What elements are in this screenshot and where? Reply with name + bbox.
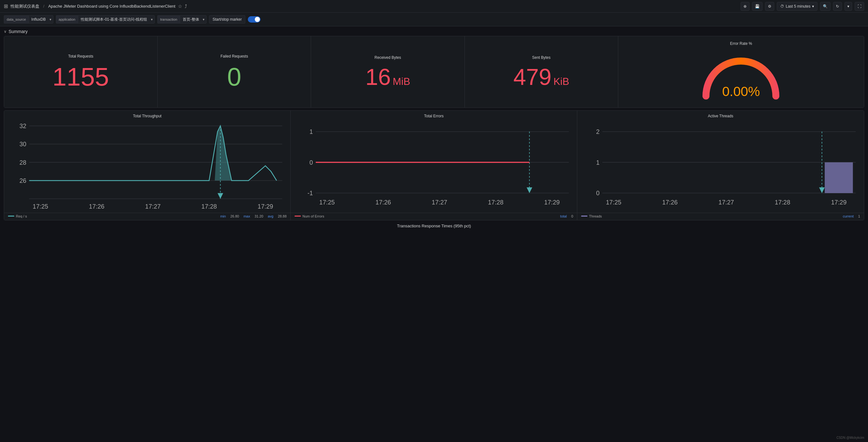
svg-text:1: 1 bbox=[309, 128, 313, 135]
throughput-avg-label: avg bbox=[268, 214, 274, 218]
failed-requests-card: Failed Requests 0 bbox=[158, 36, 311, 108]
received-bytes-num: 16 bbox=[365, 65, 391, 88]
failed-requests-value: 0 bbox=[227, 64, 242, 90]
summary-section-header[interactable]: ∨ Summary bbox=[0, 26, 868, 36]
refresh-button[interactable]: ↻ bbox=[833, 2, 842, 11]
threads-chart-panel: Active Threads 2 1 0 17:25 17:26 17:27 1… bbox=[577, 111, 864, 220]
svg-text:17:27: 17:27 bbox=[145, 203, 161, 210]
star-icon[interactable]: ☆ bbox=[178, 3, 182, 9]
screen-icon: ⛶ bbox=[858, 4, 861, 8]
dashboard-title: Apache JMeter Dashboard using Core Influ… bbox=[48, 4, 175, 8]
stat-cards-row: Total Requests 1155 Failed Requests 0 Re… bbox=[4, 36, 864, 108]
error-rate-value: 0.00% bbox=[722, 84, 760, 99]
errors-total-val: 0 bbox=[571, 214, 573, 218]
received-bytes-card: Received Bytes 16 MiB bbox=[311, 36, 465, 108]
chevron-down-icon: ▾ bbox=[812, 4, 814, 8]
svg-text:17:26: 17:26 bbox=[89, 203, 104, 210]
total-requests-value: 1155 bbox=[53, 64, 109, 90]
application-select-wrap: 性能测试脚本-01-基准-首页访问-线程组 bbox=[78, 15, 155, 24]
chevron-icon: ∨ bbox=[4, 29, 7, 34]
svg-marker-15 bbox=[209, 126, 237, 181]
svg-text:2: 2 bbox=[596, 128, 599, 135]
svg-marker-44 bbox=[819, 187, 825, 193]
svg-text:30: 30 bbox=[20, 141, 26, 148]
throughput-min-label: min bbox=[220, 214, 226, 218]
throughput-stats: min 26.80 max 31.20 avg 28.88 bbox=[220, 214, 286, 218]
errors-chart-title: Total Errors bbox=[291, 114, 577, 118]
errors-chart-panel: Total Errors 1 0 -1 17:25 17:26 17:27 17… bbox=[291, 111, 577, 220]
throughput-min-val: 26.80 bbox=[230, 214, 239, 218]
start-stop-toggle[interactable] bbox=[248, 16, 260, 23]
transaction-select[interactable]: 首页-整体 bbox=[180, 15, 207, 24]
chevron-down-icon: ▾ bbox=[847, 4, 849, 8]
datasource-select[interactable]: InfluxDB bbox=[29, 15, 53, 24]
svg-text:0: 0 bbox=[309, 159, 313, 166]
threads-legend-label: Threads bbox=[589, 214, 602, 218]
zoom-out-icon: 🔍 bbox=[823, 4, 828, 8]
svg-text:17:29: 17:29 bbox=[258, 203, 273, 210]
svg-text:17:25: 17:25 bbox=[319, 199, 335, 206]
grid-icon: ⊞ bbox=[4, 3, 8, 9]
throughput-max-val: 31.20 bbox=[254, 214, 264, 218]
time-range-button[interactable]: ⏱ Last 5 minutes ▾ bbox=[777, 2, 817, 11]
received-bytes-label: Received Bytes bbox=[375, 55, 401, 60]
breadcrumb-home[interactable]: 性能测试仪表盘 bbox=[10, 3, 39, 9]
error-rate-card: Error Rate % 0.00% bbox=[618, 36, 864, 108]
svg-text:28: 28 bbox=[20, 159, 26, 166]
topbar-right: ⊕ 💾 ⚙ ⏱ Last 5 minutes ▾ 🔍 ↻ ▾ ⛶ bbox=[741, 2, 864, 11]
svg-text:17:25: 17:25 bbox=[606, 199, 621, 206]
errors-total-label: total bbox=[560, 214, 567, 218]
refresh-icon: ↻ bbox=[836, 4, 839, 8]
save-button[interactable]: 💾 bbox=[752, 2, 763, 11]
svg-text:17:29: 17:29 bbox=[544, 199, 560, 206]
threads-legend-color bbox=[581, 215, 587, 216]
svg-text:32: 32 bbox=[20, 122, 26, 129]
errors-legend-label: Num of Errors bbox=[303, 214, 324, 218]
application-filter: application 性能测试脚本-01-基准-首页访问-线程组 bbox=[56, 15, 155, 24]
refresh-options-button[interactable]: ▾ bbox=[844, 2, 852, 11]
error-rate-gauge: 0.00% bbox=[700, 52, 782, 102]
errors-chart-footer: Num of Errors total 0 bbox=[291, 213, 577, 220]
svg-rect-43 bbox=[825, 163, 853, 193]
throughput-legend: Req / s bbox=[8, 214, 27, 218]
add-panel-icon: ⊕ bbox=[743, 4, 747, 8]
total-requests-card: Total Requests 1155 bbox=[4, 36, 158, 108]
share-icon[interactable]: ⤴ bbox=[185, 3, 187, 9]
topbar-left: ⊞ 性能测试仪表盘 / Apache JMeter Dashboard usin… bbox=[4, 3, 187, 9]
svg-text:0: 0 bbox=[596, 189, 599, 197]
error-rate-label: Error Rate % bbox=[730, 41, 752, 46]
errors-legend: Num of Errors bbox=[294, 214, 324, 218]
throughput-legend-color bbox=[8, 215, 14, 216]
summary-label: Summary bbox=[8, 29, 28, 34]
watermark: CSDN @Mickykcim bbox=[837, 436, 864, 439]
threads-current-label: current bbox=[843, 214, 854, 218]
errors-svg: 1 0 -1 17:25 17:26 17:27 17:28 17:29 bbox=[293, 120, 575, 211]
throughput-max-label: max bbox=[243, 214, 250, 218]
charts-row: Total Throughput 32 30 28 26 17:25 17:26… bbox=[4, 110, 864, 220]
threads-svg: 2 1 0 17:25 17:26 17:27 17:28 17:29 bbox=[580, 120, 861, 211]
svg-text:17:26: 17:26 bbox=[376, 199, 391, 206]
start-stop-label: Start/stop marker bbox=[213, 17, 242, 22]
transaction-filter: transaction 首页-整体 bbox=[157, 15, 207, 24]
settings-icon: ⚙ bbox=[768, 4, 771, 8]
svg-text:17:26: 17:26 bbox=[662, 199, 678, 206]
sent-bytes-unit: KiB bbox=[554, 76, 569, 87]
application-select[interactable]: 性能测试脚本-01-基准-首页访问-线程组 bbox=[78, 15, 155, 24]
throughput-legend-label: Req / s bbox=[16, 214, 27, 218]
received-bytes-unit: MiB bbox=[393, 76, 410, 87]
zoom-out-button[interactable]: 🔍 bbox=[820, 2, 831, 11]
datasource-label: data_source bbox=[4, 15, 29, 24]
errors-legend-color bbox=[294, 215, 301, 216]
errors-chart-area: 1 0 -1 17:25 17:26 17:27 17:28 17:29 bbox=[291, 120, 577, 211]
settings-button[interactable]: ⚙ bbox=[765, 2, 774, 11]
add-panel-button[interactable]: ⊕ bbox=[741, 2, 749, 11]
save-icon: 💾 bbox=[755, 4, 760, 8]
filterbar: data_source InfluxDB application 性能测试脚本-… bbox=[0, 13, 868, 26]
received-bytes-value: 16 MiB bbox=[365, 65, 410, 88]
application-label: application bbox=[56, 15, 78, 24]
breadcrumb-separator: / bbox=[43, 4, 44, 8]
failed-requests-label: Failed Requests bbox=[220, 54, 248, 59]
screen-button[interactable]: ⛶ bbox=[855, 2, 864, 11]
threads-chart-footer: Threads current 1 bbox=[577, 213, 864, 220]
start-stop-button[interactable]: Start/stop marker bbox=[209, 15, 245, 24]
